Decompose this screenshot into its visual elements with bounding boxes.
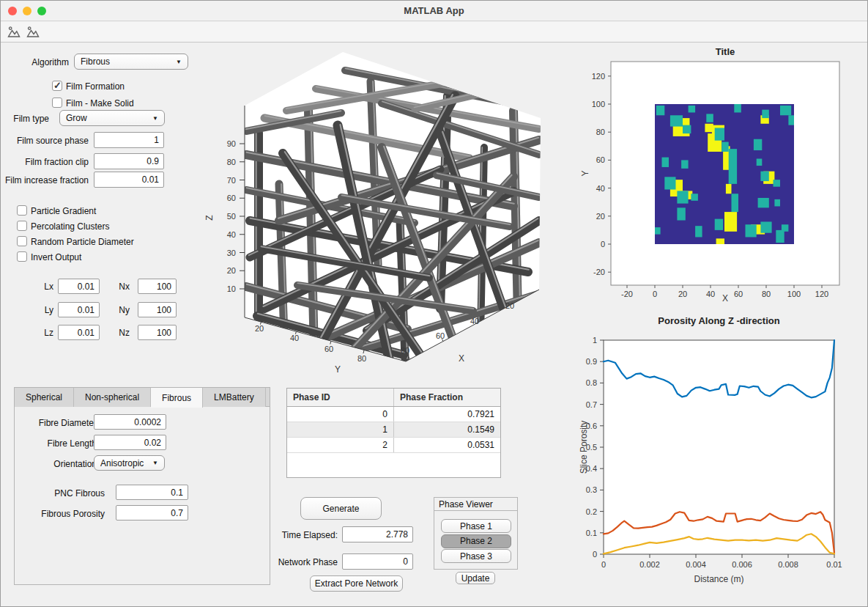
chevron-down-icon: ▼ [152, 460, 158, 466]
phase-viewer-title: Phase Viewer [434, 498, 517, 511]
phase-fraction-table: Phase IDPhase Fraction 00.792110.154920.… [286, 388, 501, 478]
ny-input[interactable] [138, 302, 177, 317]
particle-gradient-checkbox[interactable] [17, 205, 27, 216]
svg-text:0.002: 0.002 [639, 560, 660, 569]
phase-1-button[interactable]: Phase 1 [441, 519, 511, 533]
nx-input[interactable] [138, 279, 177, 294]
svg-text:60: 60 [734, 290, 743, 298]
extract-pore-network-button[interactable]: Extract Pore Network [310, 575, 403, 592]
table-cell[interactable]: 2 [287, 438, 394, 452]
chevron-down-icon: ▼ [152, 115, 158, 122]
tab-spherical[interactable]: Spherical [15, 388, 74, 407]
tab-lmbattery[interactable]: LMBattery [203, 388, 266, 407]
table-cell[interactable]: 0.0531 [394, 438, 500, 452]
svg-text:40: 40 [290, 334, 299, 342]
svg-text:Porosity Along Z -direction: Porosity Along Z -direction [658, 315, 779, 326]
svg-text:-20: -20 [593, 268, 605, 276]
random-particle-diameter-checkbox[interactable] [17, 236, 27, 246]
svg-text:0: 0 [601, 240, 605, 249]
svg-text:80: 80 [762, 290, 771, 298]
svg-text:40: 40 [706, 290, 715, 298]
ny-label: Ny [109, 305, 130, 315]
svg-text:80: 80 [227, 158, 236, 166]
film-type-value: Grow [66, 113, 87, 123]
film-source-phase-input[interactable] [94, 132, 164, 148]
invert-output-label: Invert Output [31, 252, 81, 262]
table-cell[interactable]: 0 [287, 407, 394, 422]
table-row[interactable]: 20.0531 [287, 438, 500, 453]
film-type-label: Film type [7, 114, 49, 124]
fibre-length-input[interactable] [94, 435, 166, 450]
svg-text:120: 120 [592, 72, 605, 81]
svg-text:80: 80 [596, 128, 605, 136]
orientation-dropdown[interactable]: Anisotropic ▼ [94, 455, 165, 471]
phase-3-button[interactable]: Phase 3 [441, 549, 511, 563]
svg-text:0: 0 [653, 290, 657, 298]
film-type-dropdown[interactable]: Grow ▼ [59, 110, 165, 126]
percolating-clusters-checkbox[interactable] [17, 221, 27, 231]
film-formation-label: Film Formation [66, 81, 125, 92]
svg-text:60: 60 [324, 345, 333, 353]
svg-text:20: 20 [678, 290, 687, 298]
table-row[interactable]: 10.1549 [287, 422, 500, 438]
svg-text:70: 70 [227, 176, 236, 185]
film-make-solid-label: Film - Make Solid [66, 98, 134, 108]
algorithm-label: Algorithm [10, 57, 69, 67]
svg-text:Title: Title [716, 46, 735, 57]
update-button[interactable]: Update [456, 572, 495, 584]
nz-label: Nz [109, 328, 130, 338]
svg-text:20: 20 [227, 266, 236, 275]
tab-non-spherical[interactable]: Non-spherical [74, 388, 151, 407]
tab-fibrous[interactable]: Fibrous [151, 388, 203, 408]
title-bar: MATLAB App [1, 1, 867, 21]
fibre-diameter-label: Fibre Diameter [29, 418, 97, 428]
svg-text:60: 60 [596, 155, 605, 164]
lz-label: Lz [37, 328, 53, 338]
film-formation-checkbox[interactable] [52, 81, 62, 91]
random-particle-diameter-label: Random Particle Diameter [31, 237, 134, 247]
orientation-label: Orientation [29, 459, 97, 469]
film-source-phase-label: Film source phase [8, 136, 89, 146]
fibre-diameter-input[interactable] [94, 414, 166, 430]
time-elapsed-field[interactable] [342, 526, 413, 542]
table-cell[interactable]: 0.1549 [394, 422, 500, 437]
film-make-solid-checkbox[interactable] [52, 98, 62, 108]
percolating-clusters-label: Percolating Clusters [31, 221, 109, 232]
svg-text:100: 100 [592, 100, 605, 108]
film-fraction-clip-input[interactable] [94, 153, 164, 169]
svg-text:120: 120 [815, 290, 828, 298]
figure-image-icon[interactable] [26, 25, 40, 40]
svg-text:20: 20 [505, 301, 514, 310]
phase-2-button[interactable]: Phase 2 [441, 534, 511, 548]
lx-input[interactable] [58, 279, 100, 294]
pnc-fibrous-input[interactable] [116, 485, 188, 500]
svg-text:60: 60 [227, 194, 236, 202]
ly-input[interactable] [58, 302, 100, 317]
fibrous-porosity-input[interactable] [116, 505, 188, 520]
table-header-row: Phase IDPhase Fraction [287, 389, 500, 407]
svg-text:Slice Porosity: Slice Porosity [579, 421, 589, 474]
figure-image-icon[interactable] [7, 25, 21, 40]
invert-output-checkbox[interactable] [17, 251, 27, 262]
svg-text:20: 20 [596, 212, 605, 221]
svg-text:100: 100 [787, 290, 801, 298]
table-cell[interactable]: 0.7921 [394, 407, 500, 422]
generate-button[interactable]: Generate [300, 497, 382, 520]
table-cell[interactable]: 1 [287, 422, 394, 437]
structure-3d-plot: 102030405060708090Z2040608020406080YX [195, 43, 554, 380]
algorithm-value: Fibrous [81, 56, 110, 67]
table-row[interactable]: 00.7921 [287, 407, 500, 422]
svg-text:40: 40 [470, 317, 479, 325]
svg-text:Y: Y [580, 170, 590, 176]
svg-text:80: 80 [357, 354, 366, 363]
table-header-cell: Phase ID [287, 389, 394, 406]
film-increase-fraction-input[interactable] [94, 172, 164, 188]
film-fraction-clip-label: Film fraction clip [8, 157, 89, 167]
nz-input[interactable] [138, 325, 177, 340]
algorithm-dropdown[interactable]: Fibrous ▼ [74, 54, 188, 70]
lz-input[interactable] [58, 325, 100, 340]
svg-text:0: 0 [593, 550, 597, 559]
svg-text:50: 50 [227, 212, 236, 221]
network-phase-field[interactable] [342, 553, 413, 570]
nx-label: Nx [109, 282, 130, 292]
